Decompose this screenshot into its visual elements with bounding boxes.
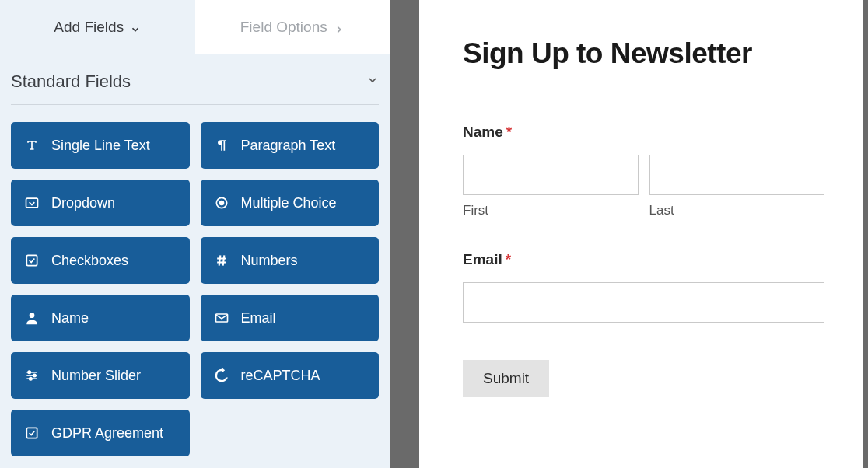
field-paragraph-text[interactable]: Paragraph Text <box>201 122 380 169</box>
tab-field-options[interactable]: Field Options <box>195 0 390 54</box>
field-checkboxes[interactable]: Checkboxes <box>11 237 190 284</box>
dropdown-icon <box>23 194 40 211</box>
submit-button[interactable]: Submit <box>463 360 549 397</box>
fields-sidebar: Add Fields Field Options Standard Fields <box>0 0 390 468</box>
required-marker: * <box>506 251 511 268</box>
tab-label: Add Fields <box>54 19 124 36</box>
field-gdpr-agreement[interactable]: GDPR Agreement <box>11 410 190 456</box>
name-field-block: Name * First Last <box>463 124 824 218</box>
form-preview: Sign Up to Newsletter Name * First Last … <box>419 0 868 468</box>
fields-grid: Single Line Text Paragraph Text Dropdown… <box>0 105 390 467</box>
field-multiple-choice[interactable]: Multiple Choice <box>201 180 380 226</box>
field-number-slider[interactable]: Number Slider <box>11 352 190 399</box>
last-name-input[interactable] <box>649 155 825 195</box>
field-label: Numbers <box>241 253 298 269</box>
field-label: Email <box>241 310 276 327</box>
checkbox-icon <box>23 424 40 442</box>
tab-label: Field Options <box>240 19 327 36</box>
tab-add-fields[interactable]: Add Fields <box>0 0 195 54</box>
panel-divider <box>390 0 419 468</box>
section-header-standard-fields[interactable]: Standard Fields <box>11 54 379 105</box>
label-text: Name <box>463 124 503 141</box>
name-label: Name * <box>463 124 824 141</box>
field-label: Number Slider <box>51 368 141 384</box>
svg-line-6 <box>219 255 220 265</box>
field-single-line-text[interactable]: Single Line Text <box>11 122 190 169</box>
svg-point-2 <box>219 201 223 205</box>
divider <box>463 100 824 100</box>
field-email[interactable]: Email <box>201 295 380 341</box>
field-dropdown[interactable]: Dropdown <box>11 180 190 226</box>
text-icon <box>23 137 40 154</box>
field-label: Name <box>51 310 89 327</box>
chevron-down-icon <box>130 22 141 33</box>
svg-point-15 <box>30 378 32 380</box>
field-recaptcha[interactable]: reCAPTCHA <box>201 352 380 399</box>
svg-rect-3 <box>26 255 37 265</box>
email-input[interactable] <box>463 282 824 323</box>
field-label: Dropdown <box>51 195 115 211</box>
sidebar-tabs: Add Fields Field Options <box>0 0 390 54</box>
chevron-down-icon <box>366 74 379 89</box>
svg-point-8 <box>30 313 35 318</box>
field-label: Multiple Choice <box>241 195 337 211</box>
form-title: Sign Up to Newsletter <box>463 37 824 70</box>
radio-icon <box>213 194 230 211</box>
field-label: GDPR Agreement <box>51 425 163 442</box>
label-text: Email <box>463 251 502 268</box>
last-sublabel: Last <box>649 203 825 218</box>
svg-point-13 <box>28 371 30 373</box>
first-sublabel: First <box>463 203 639 218</box>
sliders-icon <box>23 367 40 384</box>
svg-point-14 <box>33 374 36 376</box>
svg-rect-16 <box>26 428 37 438</box>
hash-icon <box>213 252 230 269</box>
field-label: reCAPTCHA <box>241 368 320 384</box>
recaptcha-icon <box>213 367 230 384</box>
email-label: Email * <box>463 251 824 268</box>
required-marker: * <box>506 124 512 141</box>
svg-line-7 <box>222 255 224 265</box>
paragraph-icon <box>213 137 230 154</box>
field-name[interactable]: Name <box>11 295 190 341</box>
envelope-icon <box>213 309 230 327</box>
field-label: Paragraph Text <box>241 138 336 154</box>
section-title: Standard Fields <box>11 72 131 92</box>
field-label: Single Line Text <box>51 138 150 154</box>
svg-rect-0 <box>26 198 38 208</box>
first-name-input[interactable] <box>463 155 639 195</box>
chevron-right-icon <box>334 22 345 33</box>
checkbox-icon <box>23 252 40 269</box>
field-label: Checkboxes <box>51 253 128 269</box>
field-numbers[interactable]: Numbers <box>201 237 380 284</box>
person-icon <box>23 309 40 327</box>
email-field-block: Email * <box>463 251 824 323</box>
